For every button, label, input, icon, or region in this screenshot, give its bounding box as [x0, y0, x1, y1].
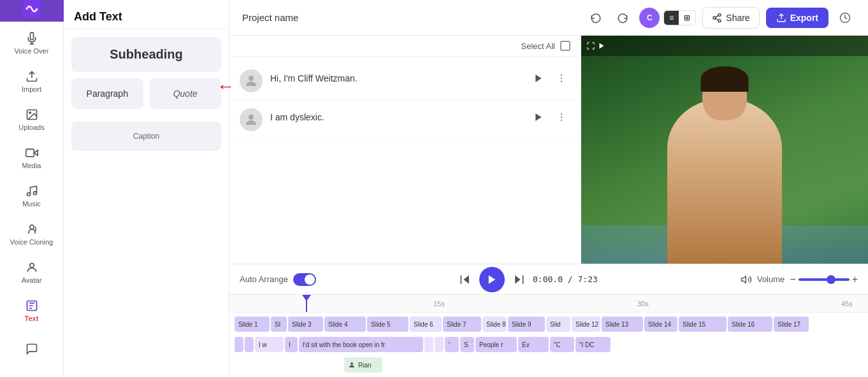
slide-chip[interactable]: Slide 13 [602, 317, 643, 332]
svg-point-8 [29, 225, 34, 229]
slide-labels-track: Slide 1 Sl Slide 3 Slide 4 Slide 5 Slide… [235, 315, 863, 333]
skip-back-button[interactable] [459, 273, 472, 286]
redo-button[interactable] [612, 8, 633, 28]
top-bar-actions: C ≡ ⊞ Share Export [586, 7, 855, 29]
sidebar-item-avatar[interactable]: Avatar [0, 253, 63, 292]
script-more-2[interactable] [553, 108, 570, 126]
script-item: I am dyslexic. [229, 101, 581, 139]
svg-point-19 [249, 76, 254, 81]
timeline-area: 15s 30s 45s Slide 1 Sl Slide 3 Slide 4 S… [229, 294, 868, 377]
avatar-chips-row: Rian [235, 357, 863, 373]
content-chip[interactable] [245, 337, 254, 352]
content-chip[interactable] [424, 337, 433, 352]
sidebar-item-chat[interactable] [22, 335, 41, 363]
sidebar-item-music[interactable]: Music [0, 177, 63, 215]
user-avatar: C [639, 8, 660, 28]
slide-chips-row: Slide 1 Sl Slide 3 Slide 4 Slide 5 Slide… [235, 317, 863, 332]
slide-chip[interactable]: Slid [546, 317, 570, 332]
script-play-2[interactable] [530, 108, 547, 126]
slide-chip[interactable]: Slide 4 [324, 317, 366, 332]
slide-chip[interactable]: Slide 17 [774, 317, 809, 332]
paragraph-card[interactable]: Paragraph [71, 78, 143, 109]
svg-marker-4 [34, 150, 38, 155]
slide-chip[interactable]: Slide 5 [367, 317, 409, 332]
playback-right: Volume − + [741, 274, 858, 285]
slide-chip[interactable]: Slide 8 [482, 317, 507, 332]
content-chip[interactable]: I'd sit with the book open in fr [299, 337, 423, 352]
auto-arrange-toggle[interactable] [293, 273, 316, 286]
panel-title: Add Text [64, 0, 229, 29]
export-button[interactable]: Export [766, 8, 828, 28]
slide-chip[interactable]: Slide 14 [644, 317, 677, 332]
sidebar-item-account[interactable] [22, 368, 41, 377]
toggle-knob [305, 274, 315, 285]
quote-card[interactable]: Quote [150, 78, 222, 109]
script-actions-2 [530, 108, 570, 126]
script-more-1[interactable] [553, 69, 570, 87]
icon-sidebar: Voice Over Import Uploads Media Music Vo… [0, 0, 64, 377]
zoom-out-button[interactable]: − [790, 274, 795, 285]
volume-label: Volume [757, 274, 785, 284]
timeline-playhead[interactable] [306, 295, 307, 312]
caption-card[interactable]: Caption [71, 122, 221, 151]
svg-point-23 [561, 81, 562, 82]
slide-chip[interactable]: Slide 15 [679, 317, 727, 332]
app-logo [0, 0, 64, 22]
grid-view-button[interactable]: ⊞ [679, 11, 695, 25]
svg-line-15 [716, 18, 719, 20]
subheading-card[interactable]: Subheading [71, 37, 221, 72]
video-expand-button[interactable] [586, 41, 605, 50]
content-chip[interactable] [435, 337, 444, 352]
content-chip[interactable]: "I DC [575, 337, 611, 352]
sidebar-item-text[interactable]: Text [22, 292, 41, 330]
script-list: Hi, I'm Cliff Weitzman. [229, 57, 581, 264]
sidebar-item-import[interactable]: Import [0, 62, 63, 101]
slide-chip[interactable]: Slide 12 [572, 317, 600, 332]
sidebar-item-voice-over[interactable]: Voice Over [0, 24, 63, 62]
video-panel [581, 36, 868, 264]
zoom-in-button[interactable]: + [852, 274, 858, 285]
script-avatar-2 [240, 108, 263, 131]
script-avatar-1 [240, 69, 263, 92]
content-chip[interactable]: People r [475, 337, 517, 352]
svg-marker-20 [535, 75, 541, 82]
main-area: Project name C ≡ ⊞ Share [229, 0, 868, 377]
play-pause-button[interactable] [479, 267, 505, 292]
content-split: Select All Hi, I'm Cliff Weitzman. [229, 36, 868, 264]
list-view-button[interactable]: ≡ [664, 11, 679, 25]
slide-chip[interactable]: Slide 9 [508, 317, 545, 332]
skip-forward-button[interactable] [512, 273, 525, 286]
slide-chip[interactable]: Slide 6 [410, 317, 442, 332]
slide-chip[interactable]: Sl [271, 317, 287, 332]
undo-button[interactable] [586, 8, 606, 28]
content-chip[interactable]: "C [550, 337, 574, 352]
select-all-checkbox[interactable] [560, 41, 570, 51]
content-chip[interactable]: I w [255, 337, 284, 352]
history-button[interactable] [835, 8, 855, 28]
sidebar-item-media[interactable]: Media [0, 139, 63, 177]
volume-slider[interactable]: − + [790, 274, 858, 285]
ruler-15s: 15s [433, 300, 445, 308]
script-panel: Select All Hi, I'm Cliff Weitzman. [229, 36, 581, 264]
slide-chip[interactable]: Slide 7 [443, 317, 481, 332]
script-text-1: Hi, I'm Cliff Weitzman. [270, 69, 522, 85]
script-play-1[interactable] [530, 69, 547, 87]
logo-icon [23, 0, 41, 22]
share-button[interactable]: Share [702, 7, 759, 29]
script-actions-1 [530, 69, 570, 87]
slide-chip[interactable]: Slide 16 [728, 317, 772, 332]
sidebar-item-uploads[interactable]: Uploads [0, 101, 63, 139]
content-chip[interactable]: Ev [518, 337, 549, 352]
slide-chip[interactable]: Slide 1 [235, 317, 270, 332]
sidebar-item-voice-cloning[interactable]: Voice Cloning [0, 215, 63, 253]
playback-bar: Auto Arrange ← 0:00.0 [229, 264, 868, 294]
project-name[interactable]: Project name [242, 12, 578, 23]
avatar-chip[interactable]: Rian [344, 357, 382, 373]
content-chip[interactable]: ' [445, 337, 459, 352]
svg-point-13 [713, 17, 716, 19]
timeline-ruler: 15s 30s 45s [229, 295, 868, 313]
slide-chip[interactable]: Slide 3 [288, 317, 323, 332]
content-chip[interactable] [235, 337, 243, 352]
content-chip[interactable]: S [460, 337, 474, 352]
content-chip[interactable]: I [285, 337, 298, 352]
